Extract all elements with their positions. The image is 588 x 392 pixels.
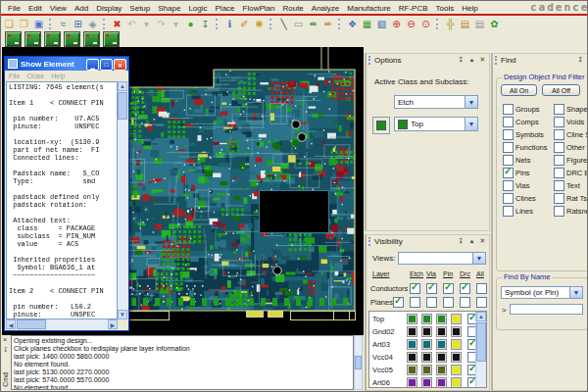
move-icon[interactable]: ◈ (85, 18, 100, 30)
save-icon[interactable]: ▣ (31, 18, 46, 30)
layer-color-swatch[interactable] (451, 352, 462, 363)
find-name-type-dropdown[interactable]: Symbol (or Pin) ▼ (501, 286, 583, 299)
layer-color-swatch[interactable] (436, 352, 447, 363)
add-rect-icon[interactable]: ▭ (291, 18, 306, 30)
dehighlight-icon[interactable]: ✺ (252, 18, 267, 30)
board-view-tool-2-icon[interactable] (24, 31, 41, 47)
menu-flowplan[interactable]: FlowPlan (239, 4, 279, 13)
chevron-down-icon[interactable]: ▼ (569, 287, 582, 298)
pin-icon[interactable]: ↧ (457, 55, 466, 64)
conductors-pin-checkbox[interactable] (443, 283, 454, 294)
find-nets-checkbox[interactable] (503, 155, 514, 166)
menu-view[interactable]: View (46, 4, 71, 13)
find-text-checkbox[interactable] (554, 180, 564, 191)
maximize-icon[interactable]: □ (100, 59, 113, 71)
find-voids-checkbox[interactable] (554, 117, 564, 127)
layer-color-swatch[interactable] (436, 339, 447, 350)
find-clines-checkbox[interactable] (503, 193, 514, 204)
find-drc-errors-checkbox[interactable] (554, 168, 564, 178)
panel-grip-icon[interactable] (495, 56, 499, 65)
scroll-down-icon[interactable]: ▼ (118, 310, 127, 319)
color-layer-icon[interactable]: ▤ (472, 18, 487, 30)
layer-row[interactable]: Vcc04 (369, 350, 476, 363)
layer-color-swatch[interactable] (421, 314, 432, 324)
layer-color-swatch[interactable] (407, 365, 417, 375)
layer-row[interactable]: Top (369, 312, 476, 324)
layer-color-swatch[interactable] (407, 314, 417, 324)
show-element-icon[interactable]: ℹ (222, 18, 237, 30)
show-element-menu-help[interactable]: Help (51, 73, 65, 79)
find-functions-checkbox[interactable] (503, 142, 514, 153)
subclass-color-button[interactable] (372, 117, 390, 134)
conductors-drc-checkbox[interactable] (460, 283, 470, 294)
options-panel-header[interactable]: Options ↧ ▴ ✕ (367, 54, 489, 67)
conductors-etch-checkbox[interactable] (410, 283, 420, 294)
chevron-down-icon[interactable]: ▼ (465, 118, 477, 130)
layer-color-swatch[interactable] (451, 339, 462, 350)
planes-via-checkbox[interactable] (426, 297, 437, 308)
planes-all-checkbox[interactable] (476, 297, 487, 308)
menu-help[interactable]: Help (458, 4, 481, 13)
menu-analyze[interactable]: Analyze (308, 4, 343, 13)
layer-color-swatch[interactable] (421, 339, 432, 350)
conductors-via-checkbox[interactable] (426, 283, 437, 294)
collapse-icon[interactable]: ▴ (467, 236, 476, 245)
layer-row[interactable]: Art03 (369, 337, 476, 350)
layer-color-swatch[interactable] (421, 326, 432, 337)
board-view-tool-4-icon[interactable] (64, 31, 80, 47)
layer-list-scrollbar[interactable]: ▲ (475, 312, 486, 387)
add-line-icon[interactable]: ╲ (276, 18, 291, 30)
close-icon[interactable]: ✕ (478, 55, 487, 64)
find-groups-checkbox[interactable] (503, 104, 514, 115)
zoom-world-icon[interactable]: ▦ (360, 18, 374, 30)
layer-color-swatch[interactable] (451, 377, 462, 388)
menu-shape[interactable]: Shape (154, 4, 184, 13)
zoom-in-icon[interactable]: ⊕ (389, 18, 404, 30)
subclass-dropdown[interactable]: Top ▼ (394, 117, 478, 131)
find-ratsnests-checkbox[interactable] (554, 206, 564, 217)
layer-color-swatch[interactable] (407, 339, 417, 350)
board-view-tool-6-icon[interactable] (103, 31, 120, 47)
menu-route[interactable]: Route (278, 4, 307, 13)
layer-color-swatch[interactable] (451, 314, 462, 324)
highlight-icon[interactable]: ● (183, 18, 198, 30)
all-on-button[interactable]: All On (501, 84, 537, 96)
find-name-input[interactable] (510, 304, 583, 315)
find-vias-checkbox[interactable] (503, 180, 514, 191)
layer-color-swatch[interactable] (407, 326, 417, 337)
class-dropdown[interactable]: Etch ▼ (394, 95, 478, 109)
layer-color-swatch[interactable] (421, 365, 432, 375)
all-off-button[interactable]: All Off (542, 84, 580, 96)
layer-row[interactable]: Vcc05 (369, 363, 476, 375)
find-figures-checkbox[interactable] (554, 155, 564, 166)
scroll-thumb[interactable] (355, 356, 362, 369)
command-log[interactable]: Opening existing design...Click planes c… (11, 335, 354, 390)
layer-color-swatch[interactable] (436, 377, 447, 388)
show-element-menu-close[interactable]: Close (26, 73, 44, 79)
planes-drc-checkbox[interactable] (460, 297, 470, 308)
show-measure-icon[interactable]: ⊞ (71, 18, 85, 30)
scroll-up-icon[interactable]: ▲ (118, 81, 127, 91)
zoom-previous-icon[interactable]: ⊙ (418, 18, 433, 30)
find-lines-checkbox[interactable] (503, 206, 514, 217)
layer-color-swatch[interactable] (436, 365, 447, 375)
board-view-tool-1-icon[interactable] (5, 31, 22, 47)
menu-logic[interactable]: Logic (184, 4, 211, 13)
show-element-text[interactable]: LISTING: 7645 element(s Item 1 < CONNECT… (6, 81, 118, 319)
pushpin-icon[interactable]: ↧ (198, 18, 213, 30)
board-view-tool-3-icon[interactable] (44, 31, 61, 47)
minimize-icon[interactable]: ▁ (86, 59, 99, 71)
scroll-right-icon[interactable]: ▶ (108, 319, 118, 329)
shape-edit-icon[interactable]: ✿ (487, 18, 502, 30)
menu-display[interactable]: Display (92, 4, 125, 13)
board-view-tool-5-icon[interactable] (83, 31, 100, 47)
layer-row[interactable]: Gnd02 (369, 324, 476, 337)
visibility-panel-header[interactable]: Visibility ↧ ▴ ✕ (367, 235, 489, 248)
layer-row[interactable]: Art06 (369, 375, 476, 388)
menu-tools[interactable]: Tools (432, 4, 459, 13)
show-element-vscroll[interactable]: ▲ ▼ (118, 81, 127, 319)
find-other-segs-checkbox[interactable] (554, 142, 564, 153)
chevron-down-icon[interactable]: ▼ (465, 96, 477, 108)
find-shapes-checkbox[interactable] (554, 104, 564, 115)
scroll-thumb[interactable] (476, 322, 486, 362)
